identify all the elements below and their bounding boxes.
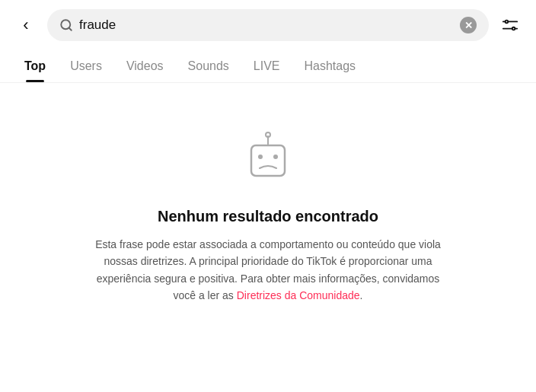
back-button[interactable]: ‹	[12, 11, 40, 39]
filter-button[interactable]	[496, 11, 524, 39]
tab-users[interactable]: Users	[58, 50, 114, 82]
empty-title: Nenhum resultado encontrado	[158, 208, 378, 225]
svg-point-9	[266, 132, 270, 137]
tab-top[interactable]: Top	[12, 50, 58, 82]
tab-sounds[interactable]: Sounds	[176, 50, 241, 82]
tabs-bar: Top Users Videos Sounds LIVE Hashtags	[0, 50, 536, 83]
robot-icon	[238, 129, 298, 190]
header: ‹ ✕	[0, 0, 536, 50]
empty-description: Esta frase pode estar associada a compor…	[85, 236, 451, 304]
search-bar: ✕	[47, 9, 489, 41]
tab-live[interactable]: LIVE	[241, 50, 292, 82]
svg-line-1	[69, 27, 71, 30]
search-icon	[59, 18, 73, 32]
svg-point-11	[258, 155, 263, 159]
svg-rect-10	[251, 145, 285, 176]
back-icon: ‹	[23, 15, 28, 35]
svg-point-12	[273, 155, 278, 159]
tab-hashtags[interactable]: Hashtags	[292, 50, 368, 82]
empty-state: Nenhum resultado encontrado Esta frase p…	[0, 83, 536, 335]
search-input[interactable]	[79, 18, 454, 33]
community-guidelines-link[interactable]: Diretrizes da Comunidade	[237, 289, 360, 301]
tab-videos[interactable]: Videos	[114, 50, 176, 82]
clear-icon: ✕	[464, 20, 473, 31]
clear-button[interactable]: ✕	[460, 17, 477, 33]
